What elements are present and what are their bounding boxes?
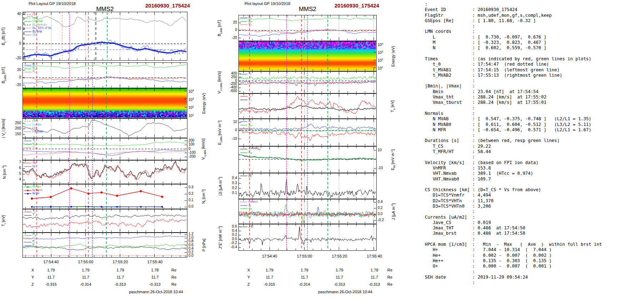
position-table-value: 1.79: [116, 268, 124, 272]
axis-tick-label: 0.0: [222, 237, 237, 241]
position-table-row-label: X: [31, 268, 34, 272]
event-id-label: 20160930_175424: [334, 2, 379, 9]
event-id-label: 20160930_175424: [145, 2, 190, 9]
axis-tick-label: 0: [6, 75, 21, 80]
axis-tick-label: 20: [222, 20, 237, 25]
position-table-value: 1.79: [47, 268, 55, 272]
y-axis-label-right: Te [eV]: [390, 100, 396, 112]
info-line: :: [425, 269, 643, 275]
plot-panel-left-7: N He+N He++N O+: [22, 184, 187, 209]
position-table-value: 11.7: [336, 275, 343, 279]
legend-label: Ptot: [32, 243, 37, 248]
time-tick-label: 17:55:00: [78, 260, 94, 264]
axis-tick-label: 7: [6, 160, 21, 164]
legend-entry: |B|: [24, 33, 52, 37]
time-tick-label: 17:55:20: [332, 254, 347, 258]
legend-entry: t dvmax: [24, 130, 43, 133]
legend-label: VL: [248, 72, 252, 76]
plot-panel-left-1: t cst HTt MVABBLminmaxBL, 50% of BLBL br…: [22, 12, 187, 61]
legend-entry: BL brst: [24, 30, 52, 34]
time-series-plot: [239, 94, 376, 118]
plot-column-middle: Plot layout GP 19/10/2018 MMS2 20160930_…: [216, 0, 421, 300]
axis-tick-label: 0.4: [222, 176, 237, 180]
info-line: :: [425, 2, 643, 7]
position-table-value: 1.78: [371, 268, 378, 272]
y-axis-label-right: Energy (eV): [202, 93, 206, 114]
legend-entry: Ni: [24, 165, 36, 168]
position-table-value: 1.79: [266, 268, 273, 272]
info-line: Velocity [km/s] : (based on FPI ion data…: [425, 160, 643, 166]
legend-label: VN: [32, 145, 36, 150]
info-line: Jave_CS : 0.019: [425, 220, 643, 225]
info-line: t_MVAB1 : 17:54:15 (leftmost green line): [425, 67, 643, 73]
legend: BLBMBN: [240, 16, 252, 26]
legend-label: |B|: [32, 33, 36, 36]
legend-label: BN: [32, 70, 36, 74]
energy-spectrogram: [23, 88, 187, 118]
info-line: Times : (as indicated by red, green line…: [425, 56, 643, 62]
axis-tick-label: 0.3: [188, 185, 205, 189]
axis-tick-label: 40: [6, 12, 21, 16]
legend-label: t cs: [32, 13, 37, 16]
axis-tick-label: -20: [6, 56, 21, 60]
axis-tick-label: -0.2: [222, 241, 237, 245]
info-line: :: [425, 237, 643, 242]
legend-label: T⊥: [248, 97, 252, 102]
y-axis-label: ELMN [mV m-1]: [217, 120, 223, 144]
info-line: N MFR : [ -0.654, -0.496, 0.571 ] (L2/L1…: [425, 127, 643, 133]
plot-panel-left-4: t HTt vmaxt cst dvmax: [22, 118, 187, 138]
axis-tick-label: 0.4: [222, 229, 237, 233]
plot-panel-mid-9: J*E': [238, 224, 377, 251]
legend: NeNi: [24, 161, 36, 168]
axis-tick-label: 5: [6, 172, 21, 176]
info-line: LMN coords :: [425, 29, 643, 34]
info-line: D2=TCS*VHTn : 11,370: [425, 198, 643, 204]
position-table-unit: Re: [171, 268, 176, 272]
legend: J*E': [240, 225, 254, 229]
legend: ELEMEN: [240, 120, 252, 130]
legend: t maxJJLJMJN: [240, 200, 257, 214]
info-line: t_MVAB2 : 17:55:13 (rightmost green line…: [425, 73, 643, 78]
legend-label: BN: [248, 22, 252, 27]
plot-panel-mid-6: -(VexB)MEM: [238, 146, 377, 173]
info-line: L : [ 0.730, -0.097, 0.676 ]: [425, 35, 643, 40]
position-table-value: 11.7: [301, 275, 308, 279]
info-line: HPCA mom [1/cm3] : Min - Max ( Ave ) wit…: [425, 242, 643, 247]
info-line: M : [ -0.323, 0.823, 0.467 ]: [425, 40, 643, 45]
axis-tick-label: 6: [6, 166, 21, 170]
position-table-value: -0.313: [149, 282, 160, 286]
y-axis-label: N [cm-3]: [1, 165, 6, 179]
time-series-plot: [23, 119, 187, 137]
info-line: :: [425, 133, 643, 138]
plot-panel-left-2: BLBMBN: [22, 62, 187, 88]
info-line: Event ID : 20160930_175424: [425, 7, 643, 12]
time-tick-label: 17:55:40: [367, 254, 382, 258]
info-line: Bmin : 23.04 [nT] at 17:54:54: [425, 89, 643, 95]
info-line: N MVAB0 : [ 0.611, 0.604, -0.512 ] (L3/L…: [425, 122, 643, 127]
axis-tick-label: 0.0: [188, 204, 205, 209]
info-line: t_0 : 17:54:47 (red dotted line): [425, 62, 643, 67]
legend: T∥T⊥: [24, 210, 36, 217]
axis-tick-label: 10: [222, 120, 237, 124]
spacecraft-title: MMS2: [299, 6, 316, 13]
legend-label: t HT: [32, 120, 38, 123]
time-series-plot: [239, 72, 376, 93]
info-line: Vmax_tburst : 288.24 [km/s] at 17:55:01: [425, 100, 643, 105]
y-axis-label: | Vi | [km/s]: [1, 119, 6, 138]
time-series-plot: [23, 63, 187, 87]
plot-layout-label: Plot layout GP 19/10/2018: [245, 1, 290, 6]
legend-label: t MVAB: [32, 20, 42, 23]
axis-tick-label: 0.6: [222, 224, 237, 229]
position-table-value: 1.79: [82, 268, 89, 272]
plot-layout-label: Plot Layout GP 19/10/2018: [29, 1, 76, 6]
legend-label: N He+: [32, 185, 41, 188]
position-table-value: -0.315: [264, 282, 275, 286]
info-line: D1=TCS*Vnmfr : 4,494: [425, 193, 643, 198]
axis-tick-label: 4: [6, 177, 21, 182]
info-line: GSEpos [Re] : [ 1.80, 11.68, -0.32 ]: [425, 18, 643, 24]
legend-label: t cs: [32, 126, 37, 129]
time-series-plot: [23, 209, 187, 232]
legend: -(VexB)MEM: [240, 147, 260, 154]
info-line: :: [425, 106, 643, 111]
time-series-plot: [239, 199, 376, 223]
